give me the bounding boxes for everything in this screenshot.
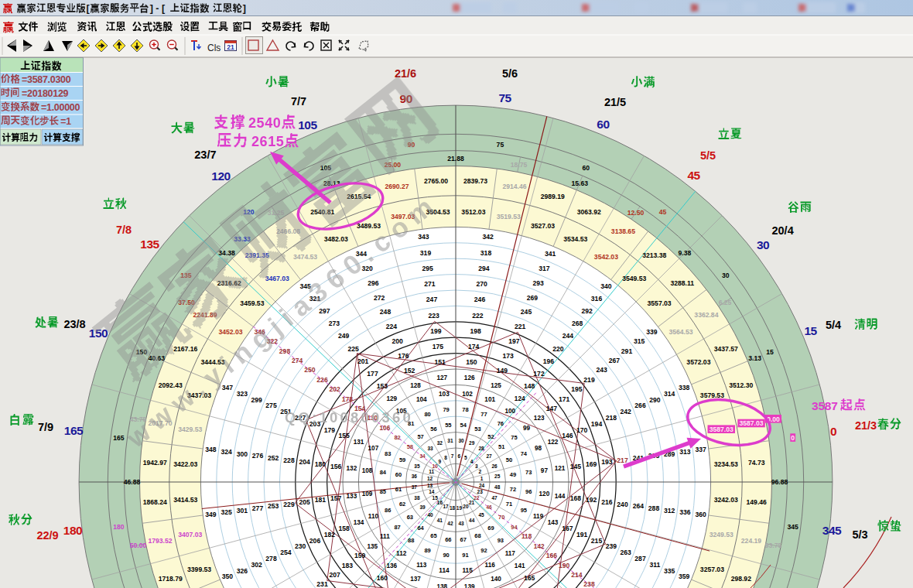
svg-text:182: 182 <box>324 531 336 538</box>
svg-text:106: 106 <box>380 425 391 432</box>
svg-text:75: 75 <box>511 434 517 441</box>
svg-text:253: 253 <box>268 502 279 510</box>
svg-text:214: 214 <box>571 571 583 579</box>
svg-text:205: 205 <box>299 498 311 506</box>
svg-text:192: 192 <box>586 496 597 504</box>
svg-text:299: 299 <box>251 396 262 404</box>
svg-text:47: 47 <box>491 495 498 501</box>
svg-text:118: 118 <box>521 533 532 540</box>
svg-text:138: 138 <box>436 583 447 588</box>
svg-text:62: 62 <box>399 501 405 508</box>
svg-text:146: 146 <box>562 432 573 439</box>
svg-text:215: 215 <box>591 537 603 545</box>
svg-text:65: 65 <box>430 532 436 539</box>
svg-text:79: 79 <box>443 406 449 413</box>
svg-text:294: 294 <box>478 265 490 272</box>
svg-text:219: 219 <box>583 376 595 384</box>
svg-text:12: 12 <box>427 476 433 481</box>
svg-text:243: 243 <box>597 366 608 374</box>
svg-text:3579.53: 3579.53 <box>700 391 724 399</box>
svg-text:3587.03: 3587.03 <box>739 419 763 427</box>
svg-text:2540: 2540 <box>248 115 281 131</box>
svg-text:348: 348 <box>205 446 217 453</box>
svg-text:3.13: 3.13 <box>748 354 761 362</box>
svg-text:178: 178 <box>342 395 354 403</box>
svg-text:180: 180 <box>113 523 125 531</box>
svg-text:10: 10 <box>433 463 439 469</box>
svg-text:173: 173 <box>502 352 514 360</box>
svg-text:319: 319 <box>420 249 432 257</box>
svg-text:298.92: 298.92 <box>731 575 752 583</box>
svg-text:267: 267 <box>609 357 621 364</box>
svg-text:45: 45 <box>659 208 667 216</box>
svg-text:108: 108 <box>362 467 373 474</box>
svg-text:226: 226 <box>316 376 328 384</box>
svg-text:5/5: 5/5 <box>700 149 716 162</box>
svg-text:105: 105 <box>298 118 317 132</box>
svg-text:3519.53: 3519.53 <box>497 213 521 220</box>
svg-text:139: 139 <box>464 583 475 588</box>
svg-text:33: 33 <box>427 446 433 451</box>
svg-text:104: 104 <box>416 396 427 403</box>
svg-text:3564.53: 3564.53 <box>669 328 692 336</box>
svg-text:19: 19 <box>456 505 463 511</box>
svg-text:101: 101 <box>484 396 495 403</box>
svg-text:] - [: ] - [ <box>150 3 166 14</box>
svg-text:93.75: 93.75 <box>765 542 782 549</box>
svg-text:141: 141 <box>515 562 525 569</box>
svg-text:64: 64 <box>417 525 424 532</box>
svg-text:318: 318 <box>480 249 492 257</box>
svg-text:3587.03: 3587.03 <box>710 426 733 433</box>
svg-text:3437.57: 3437.57 <box>714 345 738 353</box>
svg-text:136: 136 <box>386 562 397 569</box>
svg-text:150: 150 <box>466 358 477 366</box>
svg-text:231: 231 <box>316 580 328 588</box>
svg-text:60: 60 <box>597 118 609 131</box>
svg-text:152: 152 <box>404 367 415 374</box>
svg-text:22: 22 <box>474 495 480 501</box>
svg-text:124: 124 <box>515 395 525 402</box>
svg-text:75: 75 <box>498 91 511 104</box>
svg-text:103: 103 <box>439 391 450 398</box>
svg-text:15: 15 <box>804 324 817 337</box>
svg-text:2615: 2615 <box>251 134 284 149</box>
svg-text:54: 54 <box>460 422 467 429</box>
svg-text:39: 39 <box>419 504 426 510</box>
svg-text:249: 249 <box>338 332 350 340</box>
svg-text:21/3: 21/3 <box>855 419 877 432</box>
svg-text:20/4: 20/4 <box>771 224 793 237</box>
svg-text:248: 248 <box>380 308 392 316</box>
svg-text:7: 7 <box>451 453 454 459</box>
svg-text:114: 114 <box>439 567 450 574</box>
svg-text:217: 217 <box>617 456 628 464</box>
svg-text:51: 51 <box>498 443 504 450</box>
svg-text:109: 109 <box>362 491 373 497</box>
svg-text:144: 144 <box>555 493 566 500</box>
svg-text:30: 30 <box>757 238 769 251</box>
svg-text:179: 179 <box>324 426 336 434</box>
svg-text:1718.79: 1718.79 <box>159 575 183 583</box>
svg-text:151: 151 <box>434 358 446 366</box>
svg-text:76: 76 <box>498 420 504 427</box>
svg-text:275: 275 <box>265 402 277 409</box>
svg-text:325: 325 <box>221 508 232 516</box>
svg-text:168: 168 <box>570 494 582 502</box>
svg-text:291: 291 <box>621 347 633 355</box>
svg-text:341: 341 <box>545 250 556 258</box>
svg-text:147: 147 <box>546 405 558 412</box>
svg-text:271: 271 <box>424 280 436 288</box>
svg-text:1793.52: 1793.52 <box>148 537 172 545</box>
svg-text:269: 269 <box>527 294 539 302</box>
svg-text:149.46: 149.46 <box>747 498 768 506</box>
svg-text:7/7: 7/7 <box>291 95 306 108</box>
svg-text:45: 45 <box>478 512 484 518</box>
svg-text:68: 68 <box>474 532 480 539</box>
svg-text:13: 13 <box>427 483 433 488</box>
svg-text:30: 30 <box>458 438 464 443</box>
svg-text:28: 28 <box>478 446 484 451</box>
svg-text:254: 254 <box>280 549 292 556</box>
svg-text:238: 238 <box>583 580 595 588</box>
svg-text:9: 9 <box>439 459 442 464</box>
svg-text:165: 165 <box>64 424 84 437</box>
svg-text:3429.53: 3429.53 <box>178 426 202 433</box>
